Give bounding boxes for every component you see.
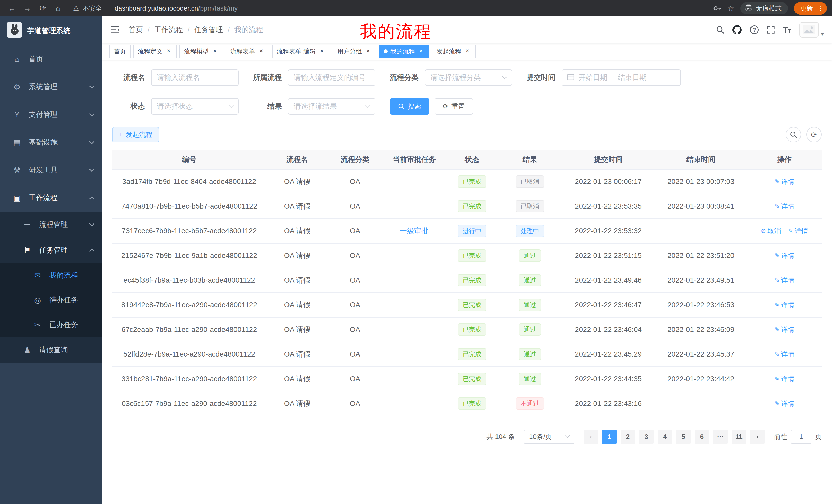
sidebar-item-payment[interactable]: ¥支付管理: [0, 101, 102, 129]
sidebar-item-infrastructure[interactable]: ▤基础设施: [0, 129, 102, 156]
more-pages-button[interactable]: ···: [713, 429, 728, 444]
sidebar-item-home[interactable]: ⌂首页: [0, 45, 102, 73]
cell-submit-time: 2022-01-22 23:51:15: [562, 243, 655, 268]
goto-page-input[interactable]: [791, 429, 811, 444]
detail-action-link[interactable]: ✎详情: [774, 251, 795, 260]
detail-action-link[interactable]: ✎详情: [774, 276, 795, 285]
page-button-2[interactable]: 2: [621, 429, 635, 444]
address-bar[interactable]: ⚠ 不安全 dashboard.yudao.iocoder.cn/bpm/tas…: [65, 4, 713, 12]
close-icon[interactable]: ×: [418, 48, 425, 55]
cell-submit-time: 2022-01-23 00:06:17: [562, 169, 655, 194]
sidebar-item-system[interactable]: ⚙系统管理: [0, 73, 102, 101]
current-task-link[interactable]: 一级审批: [400, 227, 428, 235]
prev-page-button[interactable]: ‹: [583, 429, 598, 444]
create-process-button[interactable]: + 发起流程: [112, 127, 159, 142]
sidebar-item-devtools[interactable]: ⚒研发工具: [0, 156, 102, 184]
process-manage-icon: ☰: [22, 220, 33, 229]
close-icon[interactable]: ×: [318, 48, 326, 55]
sidebar-item-todo-task[interactable]: ◎待办任务: [0, 288, 102, 312]
sidebar-item-leave-query[interactable]: ♟请假查询: [0, 337, 102, 363]
sidebar-item-workflow[interactable]: ▣工作流程: [0, 184, 102, 212]
hamburger-icon[interactable]: [110, 26, 119, 34]
tab-3[interactable]: 流程表单×: [226, 45, 269, 58]
tab-1[interactable]: 流程定义×: [133, 45, 177, 58]
browser-update-button[interactable]: 更新 ⋮: [794, 2, 827, 15]
page-button-5[interactable]: 5: [676, 429, 691, 444]
sidebar-item-done-task[interactable]: ✂已办任务: [0, 312, 102, 337]
reset-button[interactable]: ⟳ 重置: [435, 98, 473, 115]
password-key-icon[interactable]: [713, 4, 721, 12]
page-button-1[interactable]: 1: [602, 429, 617, 444]
search-button[interactable]: 搜索: [390, 98, 430, 115]
detail-action-link[interactable]: ✎详情: [774, 374, 795, 384]
github-icon[interactable]: [732, 25, 742, 34]
close-icon[interactable]: ×: [258, 48, 265, 55]
cell-end-time: 2022-01-22 23:49:51: [655, 268, 747, 292]
tab-0[interactable]: 首页: [109, 45, 131, 58]
result-select[interactable]: 请选择流结果: [288, 98, 375, 115]
browser-menu-dots-icon[interactable]: ⋮: [817, 4, 824, 12]
help-icon[interactable]: ?: [750, 25, 759, 34]
tab-5[interactable]: 用户分组×: [333, 45, 376, 58]
status-badge: 进行中: [458, 225, 487, 237]
cell-current-task: [382, 342, 446, 367]
font-size-icon[interactable]: TT: [783, 25, 791, 35]
detail-action-link[interactable]: ✎详情: [774, 399, 795, 408]
owner-process-input[interactable]: [294, 74, 370, 82]
breadcrumb-item-workflow[interactable]: 工作流程: [154, 25, 183, 35]
cell-process-name: OA 请假: [266, 243, 328, 268]
page-button-3[interactable]: 3: [639, 429, 654, 444]
back-icon[interactable]: ←: [5, 2, 19, 15]
breadcrumb-item-home[interactable]: 首页: [129, 25, 143, 35]
detail-action-link[interactable]: ✎详情: [774, 350, 795, 359]
reload-icon[interactable]: ⟳: [36, 2, 49, 15]
cell-current-task: [382, 268, 446, 292]
cell-id: 7470a810-7b9b-11ec-b5b7-acde48001122: [112, 194, 266, 219]
search-icon: [398, 103, 405, 110]
page-button-6[interactable]: 6: [695, 429, 709, 444]
status-badge: 已完成: [458, 348, 487, 360]
detail-action-link[interactable]: ✎详情: [774, 177, 795, 186]
cancel-action-link[interactable]: ⊘取消: [761, 227, 781, 235]
tab-6[interactable]: 我的流程×: [379, 45, 430, 58]
cell-end-time: [655, 219, 747, 243]
submit-time-range-picker[interactable]: 开始日期 - 结束日期: [562, 69, 681, 86]
toggle-search-button[interactable]: [786, 127, 801, 142]
close-icon[interactable]: ×: [211, 48, 218, 55]
refresh-table-button[interactable]: ⟳: [806, 127, 822, 142]
close-icon[interactable]: ×: [365, 48, 372, 55]
next-page-button[interactable]: ›: [750, 429, 765, 444]
breadcrumb-item-task-manage[interactable]: 任务管理: [194, 25, 223, 35]
fullscreen-icon[interactable]: [767, 26, 775, 34]
category-select[interactable]: 请选择流程分类: [425, 69, 512, 86]
close-icon[interactable]: ×: [464, 48, 471, 55]
detail-action-link[interactable]: ✎详情: [788, 227, 808, 235]
process-table: 编号流程名流程分类当前审批任务状态结果提交时间结束时间操作 3ad174fb-7…: [112, 149, 822, 416]
page-button-4[interactable]: 4: [658, 429, 672, 444]
action-label: 详情: [781, 399, 795, 408]
logo[interactable]: 芋道管理系统: [0, 17, 102, 45]
action-label: 取消: [768, 227, 781, 235]
detail-action-link[interactable]: ✎详情: [774, 325, 795, 334]
sidebar-item-task-manage[interactable]: ⚑任务管理: [0, 237, 102, 263]
page-size-select[interactable]: 10条/页: [524, 429, 574, 444]
status-select[interactable]: 请选择状态: [151, 98, 239, 115]
tab-4[interactable]: 流程表单-编辑×: [272, 45, 330, 58]
sidebar-item-process-manage[interactable]: ☰流程管理: [0, 212, 102, 237]
detail-action-link[interactable]: ✎详情: [774, 202, 795, 211]
tab-2[interactable]: 流程模型×: [179, 45, 223, 58]
close-icon[interactable]: ×: [165, 48, 172, 55]
user-menu[interactable]: ▾: [799, 22, 824, 37]
detail-action-link[interactable]: ✎详情: [774, 301, 795, 310]
browser-home-icon[interactable]: ⌂: [51, 2, 65, 15]
sidebar-item-my-process[interactable]: ✉我的流程: [0, 263, 102, 288]
bookmark-star-icon[interactable]: ☆: [727, 4, 734, 13]
pager: ‹123456···11›: [583, 429, 765, 444]
forward-icon[interactable]: →: [21, 2, 34, 15]
cell-current-task: [382, 243, 446, 268]
tab-7[interactable]: 发起流程×: [432, 45, 476, 58]
page-button-11[interactable]: 11: [732, 429, 746, 444]
search-icon[interactable]: [716, 26, 724, 34]
process-name-input[interactable]: [157, 74, 233, 82]
status-badge: 已完成: [458, 324, 487, 336]
